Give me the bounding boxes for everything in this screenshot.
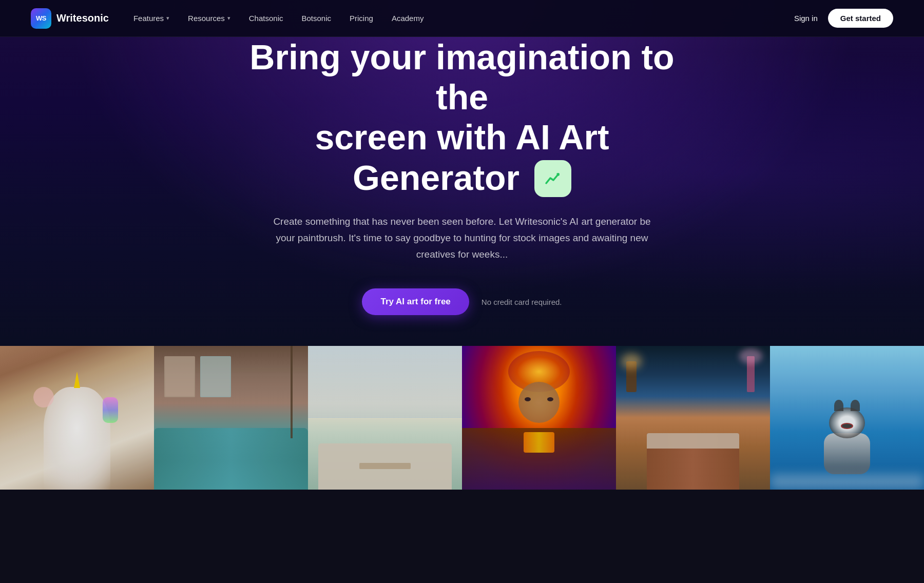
unicorn-horn [74, 372, 80, 388]
gallery-item [770, 346, 924, 490]
chevron-down-icon: ▾ [227, 15, 230, 22]
gallery-item [616, 346, 770, 490]
gallery-item [308, 346, 462, 490]
navbar: WS Writesonic Features ▾ Resources ▾ Cha… [0, 0, 924, 37]
nav-chatsonic[interactable]: Chatsonic [249, 14, 283, 23]
face [518, 382, 560, 423]
logo[interactable]: WS Writesonic [31, 8, 109, 29]
gallery-item [462, 346, 616, 490]
get-started-button[interactable]: Get started [828, 9, 893, 28]
wall-art-1 [164, 356, 195, 397]
teal-sofa [154, 428, 308, 490]
hero-subtitle: Create something that has never been see… [267, 213, 657, 263]
window-view [308, 346, 462, 418]
coffee-table [359, 463, 411, 469]
husky-nose [841, 423, 853, 429]
body [462, 428, 616, 490]
sign-in-button[interactable]: Sign in [794, 14, 818, 23]
brand-name: Writesonic [56, 12, 109, 24]
hero-section: Bring your imagination to the screen wit… [0, 0, 924, 346]
husky-head [829, 407, 865, 438]
logo-icon: WS [31, 8, 51, 29]
chart-icon [543, 169, 563, 188]
chevron-down-icon: ▾ [166, 15, 169, 22]
unicorn-figure [0, 346, 154, 490]
headdress [508, 351, 570, 392]
nav-features[interactable]: Features ▾ [133, 14, 169, 23]
lamp-1 [626, 361, 637, 392]
wall-art-2 [200, 356, 231, 397]
nav-pricing[interactable]: Pricing [350, 14, 373, 23]
nav-links: Features ▾ Resources ▾ Chatsonic Botsoni… [133, 14, 424, 23]
nav-resources[interactable]: Resources ▾ [188, 14, 230, 23]
lamp-2 [747, 356, 755, 392]
hero-title: Bring your imagination to the screen wit… [231, 37, 693, 199]
hero-cta: Try AI art for free No credit card requi… [362, 288, 562, 315]
ai-art-icon [534, 160, 571, 197]
gallery [0, 346, 924, 490]
husky-body [824, 433, 870, 474]
lamp-pole [291, 346, 293, 438]
bed [647, 433, 739, 490]
sofa [318, 443, 452, 490]
nav-academy[interactable]: Academy [392, 14, 424, 23]
nav-botsonic[interactable]: Botsonic [301, 14, 331, 23]
no-credit-card-text: No credit card required. [482, 298, 562, 306]
gallery-item [0, 346, 154, 490]
water-splash [770, 474, 924, 490]
husky-figure [821, 407, 873, 479]
nav-left: WS Writesonic Features ▾ Resources ▾ Cha… [31, 8, 424, 29]
gallery-item [154, 346, 308, 490]
nav-right: Sign in Get started [794, 9, 893, 28]
try-ai-art-button[interactable]: Try AI art for free [362, 288, 469, 315]
